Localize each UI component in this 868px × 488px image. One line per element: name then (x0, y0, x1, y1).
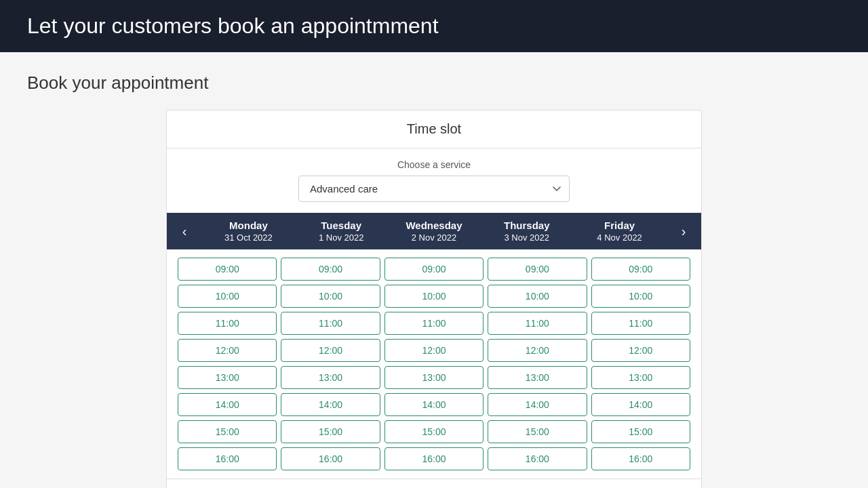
main-content: Book your appointment Time slot Choose a… (0, 52, 868, 488)
time-slot-button[interactable]: 12:00 (281, 339, 380, 362)
time-slot-button[interactable]: 11:00 (178, 312, 277, 335)
time-slot-button[interactable]: 16:00 (384, 447, 484, 470)
day-header: Thursday3 Nov 2022 (480, 213, 573, 249)
day-date: 2 Nov 2022 (391, 232, 478, 243)
time-slot-button[interactable]: 13:00 (281, 366, 380, 389)
day-date: 1 Nov 2022 (298, 232, 385, 243)
time-slot-button[interactable]: 15:00 (384, 420, 484, 443)
time-slot-button[interactable]: 15:00 (591, 420, 690, 443)
time-slot-button[interactable]: 09:00 (281, 258, 380, 281)
day-header: Tuesday1 Nov 2022 (295, 213, 388, 249)
days-header: Monday31 Oct 2022Tuesday1 Nov 2022Wednes… (202, 213, 666, 249)
header: Let your customers book an appointmment (0, 0, 868, 52)
time-slot-button[interactable]: 12:00 (591, 339, 690, 362)
time-slot-button[interactable]: 10:00 (384, 285, 484, 308)
calendar-nav: ‹ Monday31 Oct 2022Tuesday1 Nov 2022Wedn… (167, 213, 701, 249)
time-slot-button[interactable]: 09:00 (591, 258, 690, 281)
time-slot-button[interactable]: 13:00 (591, 366, 690, 389)
time-slot-button[interactable]: 12:00 (384, 339, 484, 362)
time-slot-button[interactable]: 16:00 (488, 447, 587, 470)
time-slot-button[interactable]: 14:00 (281, 393, 380, 416)
time-slot-button[interactable]: 10:00 (591, 285, 690, 308)
day-date: 4 Nov 2022 (576, 232, 663, 243)
time-slot-button[interactable]: 11:00 (384, 312, 484, 335)
day-header: Friday4 Nov 2022 (573, 213, 666, 249)
header-title: Let your customers book an appointmment (27, 14, 439, 38)
time-slot-button[interactable]: 14:00 (591, 393, 690, 416)
time-slot-button[interactable]: 16:00 (178, 447, 277, 470)
time-slot-button[interactable]: 10:00 (178, 285, 277, 308)
time-slot-button[interactable]: 09:00 (384, 258, 484, 281)
service-section: Choose a service Advanced careBasic care… (167, 148, 701, 213)
prev-week-button[interactable]: ‹ (167, 213, 202, 249)
time-slot-button[interactable]: 15:00 (281, 420, 380, 443)
time-slot-button[interactable]: 11:00 (281, 312, 380, 335)
time-slot-button[interactable]: 13:00 (178, 366, 277, 389)
service-label: Choose a service (180, 159, 688, 170)
day-date: 31 Oct 2022 (205, 232, 292, 243)
day-name: Wednesday (391, 220, 478, 231)
day-name: Monday (205, 220, 292, 231)
time-slot-button[interactable]: 14:00 (178, 393, 277, 416)
time-slot-button[interactable]: 14:00 (384, 393, 484, 416)
calendar-section: ‹ Monday31 Oct 2022Tuesday1 Nov 2022Wedn… (167, 213, 701, 479)
time-slot-button[interactable]: 13:00 (488, 366, 587, 389)
time-slot-button[interactable]: 10:00 (281, 285, 380, 308)
time-slot-button[interactable]: 14:00 (488, 393, 587, 416)
day-name: Tuesday (298, 220, 385, 231)
time-slot-button[interactable]: 11:00 (488, 312, 587, 335)
time-slot-button[interactable]: 10:00 (488, 285, 587, 308)
time-slot-button[interactable]: 15:00 (178, 420, 277, 443)
time-slot-button[interactable]: 11:00 (591, 312, 690, 335)
page-title: Book your appointment (27, 73, 841, 94)
card-title: Time slot (167, 110, 701, 148)
slots-grid: 09:0009:0009:0009:0009:0010:0010:0010:00… (167, 249, 701, 479)
time-slot-button[interactable]: 12:00 (488, 339, 587, 362)
time-slot-button[interactable]: 09:00 (488, 258, 587, 281)
next-week-button[interactable]: › (666, 213, 701, 249)
service-select[interactable]: Advanced careBasic carePremium care (298, 176, 570, 202)
time-slot-button[interactable]: 09:00 (178, 258, 277, 281)
day-header: Wednesday2 Nov 2022 (388, 213, 481, 249)
time-slot-button[interactable]: 16:00 (281, 447, 380, 470)
time-slot-button[interactable]: 12:00 (178, 339, 277, 362)
booking-card: Time slot Choose a service Advanced care… (166, 110, 702, 488)
day-header: Monday31 Oct 2022 (202, 213, 295, 249)
time-slot-button[interactable]: 16:00 (591, 447, 690, 470)
footer-section: Next (167, 479, 701, 488)
day-date: 3 Nov 2022 (483, 232, 570, 243)
day-name: Thursday (483, 220, 570, 231)
time-slot-button[interactable]: 15:00 (488, 420, 587, 443)
time-slot-button[interactable]: 13:00 (384, 366, 484, 389)
day-name: Friday (576, 220, 663, 231)
